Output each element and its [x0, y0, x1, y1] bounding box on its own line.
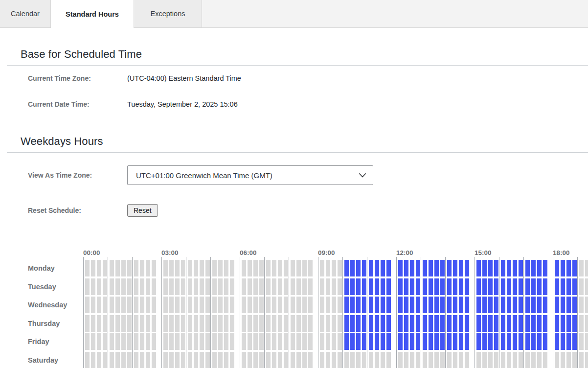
schedule-cell[interactable]: [181, 297, 185, 313]
schedule-cell[interactable]: [543, 297, 547, 313]
schedule-cell[interactable]: [326, 315, 330, 332]
schedule-cell[interactable]: [369, 297, 373, 313]
schedule-cell[interactable]: [272, 278, 276, 295]
schedule-cell[interactable]: [525, 352, 530, 368]
schedule-cell[interactable]: [291, 260, 295, 276]
schedule-cell[interactable]: [302, 260, 307, 276]
schedule-cell[interactable]: [175, 315, 180, 332]
schedule-cell[interactable]: [356, 352, 361, 368]
schedule-cell[interactable]: [555, 315, 559, 332]
schedule-cell[interactable]: [369, 315, 373, 332]
schedule-cell[interactable]: [85, 333, 90, 350]
schedule-cell[interactable]: [519, 260, 523, 276]
schedule-cell[interactable]: [386, 333, 391, 350]
schedule-cell[interactable]: [218, 315, 223, 332]
schedule-cell[interactable]: [326, 333, 330, 350]
schedule-cell[interactable]: [459, 260, 463, 276]
schedule-cell[interactable]: [386, 315, 391, 332]
schedule-cell[interactable]: [253, 315, 258, 332]
schedule-cell[interactable]: [266, 297, 271, 313]
schedule-cell[interactable]: [429, 352, 433, 368]
schedule-cell[interactable]: [381, 333, 385, 350]
schedule-cell[interactable]: [91, 260, 95, 276]
schedule-cell[interactable]: [212, 260, 217, 276]
schedule-cell[interactable]: [476, 315, 481, 332]
schedule-cell[interactable]: [338, 297, 342, 313]
schedule-cell[interactable]: [248, 333, 252, 350]
schedule-cell[interactable]: [205, 278, 210, 295]
schedule-cell[interactable]: [272, 352, 276, 368]
schedule-cell[interactable]: [566, 333, 571, 350]
schedule-cell[interactable]: [230, 352, 234, 368]
schedule-cell[interactable]: [416, 278, 420, 295]
schedule-cell[interactable]: [476, 260, 481, 276]
schedule-cell[interactable]: [410, 352, 414, 368]
schedule-cell[interactable]: [561, 260, 565, 276]
schedule-cell[interactable]: [103, 352, 107, 368]
schedule-cell[interactable]: [482, 278, 487, 295]
schedule-cell[interactable]: [350, 333, 355, 350]
schedule-cell[interactable]: [163, 278, 168, 295]
schedule-cell[interactable]: [507, 315, 511, 332]
schedule-cell[interactable]: [356, 297, 361, 313]
schedule-cell[interactable]: [218, 297, 223, 313]
schedule-cell[interactable]: [230, 297, 234, 313]
schedule-cell[interactable]: [320, 315, 324, 332]
schedule-cell[interactable]: [259, 297, 264, 313]
schedule-cell[interactable]: [91, 352, 95, 368]
schedule-cell[interactable]: [585, 297, 588, 313]
schedule-cell[interactable]: [224, 260, 228, 276]
schedule-cell[interactable]: [362, 278, 366, 295]
schedule-cell[interactable]: [519, 333, 523, 350]
schedule-cell[interactable]: [181, 333, 185, 350]
schedule-cell[interactable]: [212, 352, 217, 368]
schedule-cell[interactable]: [447, 278, 452, 295]
schedule-cell[interactable]: [398, 315, 403, 332]
schedule-cell[interactable]: [121, 260, 126, 276]
schedule-cell[interactable]: [140, 352, 144, 368]
schedule-cell[interactable]: [338, 352, 342, 368]
schedule-cell[interactable]: [253, 260, 258, 276]
schedule-cell[interactable]: [272, 333, 276, 350]
schedule-cell[interactable]: [230, 333, 234, 350]
schedule-cell[interactable]: [362, 352, 366, 368]
schedule-cell[interactable]: [253, 352, 258, 368]
schedule-cell[interactable]: [465, 352, 469, 368]
schedule-cell[interactable]: [181, 352, 185, 368]
schedule-cell[interactable]: [169, 333, 174, 350]
schedule-cell[interactable]: [362, 297, 366, 313]
schedule-cell[interactable]: [140, 315, 144, 332]
schedule-cell[interactable]: [296, 333, 301, 350]
schedule-cell[interactable]: [253, 333, 258, 350]
schedule-cell[interactable]: [296, 315, 301, 332]
schedule-cell[interactable]: [127, 315, 132, 332]
schedule-cell[interactable]: [404, 315, 408, 332]
schedule-cell[interactable]: [326, 278, 330, 295]
schedule-cell[interactable]: [579, 315, 584, 332]
schedule-cell[interactable]: [447, 297, 452, 313]
schedule-cell[interactable]: [356, 260, 361, 276]
schedule-cell[interactable]: [375, 260, 379, 276]
schedule-cell[interactable]: [308, 278, 313, 295]
schedule-cell[interactable]: [284, 315, 288, 332]
schedule-cell[interactable]: [266, 278, 271, 295]
schedule-cell[interactable]: [488, 278, 493, 295]
schedule-cell[interactable]: [200, 297, 204, 313]
schedule-cell[interactable]: [381, 278, 385, 295]
schedule-cell[interactable]: [362, 315, 366, 332]
schedule-cell[interactable]: [205, 315, 210, 332]
schedule-cell[interactable]: [230, 278, 234, 295]
schedule-cell[interactable]: [103, 278, 107, 295]
schedule-cell[interactable]: [404, 278, 408, 295]
schedule-cell[interactable]: [476, 278, 481, 295]
schedule-cell[interactable]: [362, 333, 366, 350]
schedule-cell[interactable]: [110, 333, 114, 350]
schedule-cell[interactable]: [369, 260, 373, 276]
schedule-cell[interactable]: [127, 260, 132, 276]
schedule-cell[interactable]: [296, 260, 301, 276]
schedule-cell[interactable]: [110, 315, 114, 332]
schedule-cell[interactable]: [163, 352, 168, 368]
schedule-cell[interactable]: [278, 297, 282, 313]
schedule-cell[interactable]: [302, 315, 307, 332]
schedule-cell[interactable]: [513, 352, 517, 368]
